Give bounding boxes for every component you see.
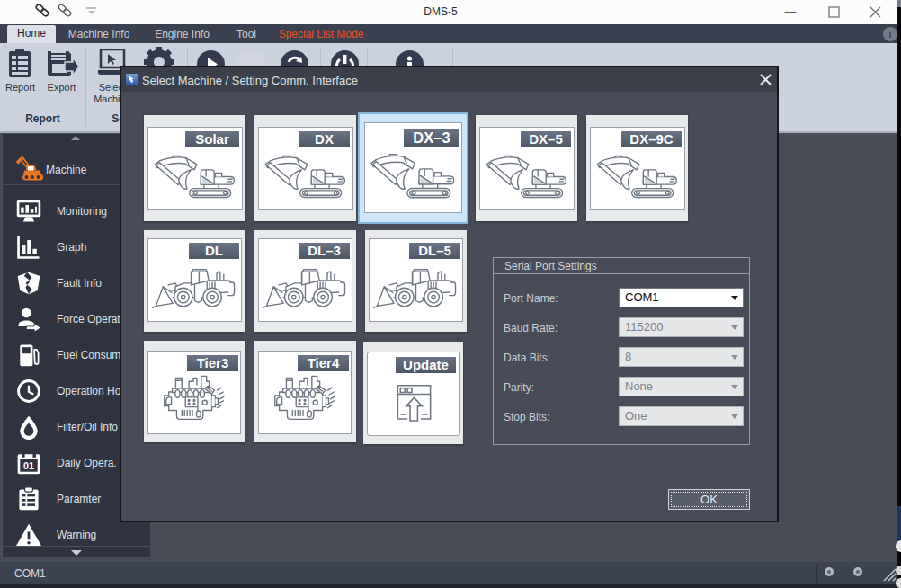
- svg-text:01: 01: [23, 460, 34, 471]
